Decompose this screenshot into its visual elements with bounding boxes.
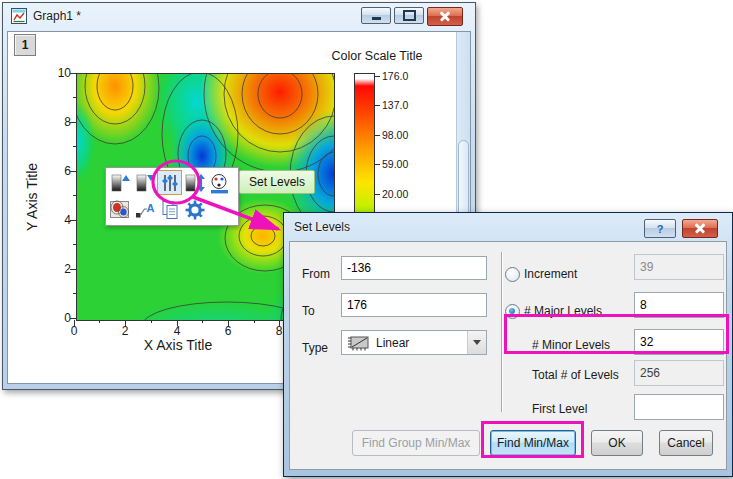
dropdown-arrow-icon[interactable] xyxy=(467,331,486,354)
y-tick-label: 8 xyxy=(43,115,71,129)
graph-window-title: Graph1 * xyxy=(33,9,81,23)
linear-scale-icon xyxy=(346,335,370,351)
ok-button[interactable]: OK xyxy=(591,430,643,456)
total-levels-label: Total # of Levels xyxy=(532,368,619,382)
gradient-fill-up-icon[interactable] xyxy=(107,170,132,195)
x-tick-label: 2 xyxy=(115,324,135,338)
copy-format-icon[interactable] xyxy=(157,197,182,222)
color-scale-tick-label: 20.00 xyxy=(382,188,408,200)
y-tick-label: 2 xyxy=(43,262,71,276)
increment-radio[interactable] xyxy=(505,267,520,282)
increment-label: Increment xyxy=(524,267,577,281)
set-levels-tooltip: Set Levels xyxy=(239,170,315,194)
y-tick-label: 6 xyxy=(43,164,71,178)
increment-input[interactable] xyxy=(634,254,724,280)
first-level-label: First Level xyxy=(532,402,587,416)
screenshot-root: Graph1 * 1 xyxy=(0,0,733,479)
x-tick-label: 4 xyxy=(167,324,187,338)
cancel-button[interactable]: Cancel xyxy=(659,430,713,456)
layer-1-button[interactable]: 1 xyxy=(14,34,36,56)
to-label: To xyxy=(302,304,315,318)
maximize-button-icon[interactable] xyxy=(394,7,424,24)
major-levels-radio[interactable] xyxy=(505,304,520,319)
gradient-spread-icon[interactable] xyxy=(182,170,207,195)
set-levels-dialog: Set Levels ? From To Type Linear xyxy=(283,212,733,477)
x-axis-title: X Axis Title xyxy=(113,337,243,353)
type-dropdown[interactable]: Linear xyxy=(341,330,487,355)
color-scale-title: Color Scale Title xyxy=(307,49,447,63)
type-value: Linear xyxy=(376,336,409,350)
set-levels-sliders-icon[interactable] xyxy=(157,170,182,195)
graph-window-icon xyxy=(11,8,27,24)
find-group-minmax-button[interactable]: Find Group Min/Max xyxy=(352,430,480,456)
mini-toolbar: A xyxy=(105,167,239,226)
y-axis-title: Y Axis Title xyxy=(24,137,40,257)
total-levels-input[interactable] xyxy=(634,360,724,386)
help-button-icon[interactable]: ? xyxy=(644,219,676,238)
minor-levels-input[interactable] xyxy=(634,329,724,355)
type-label: Type xyxy=(302,341,328,355)
gradient-fill-down-icon[interactable] xyxy=(132,170,157,195)
x-tick-label: 0 xyxy=(64,324,84,338)
contour-thumbnail-icon[interactable] xyxy=(107,197,132,222)
color-scale-tick-label: 98.00 xyxy=(382,129,408,141)
minor-levels-label: # Minor Levels xyxy=(532,338,610,352)
major-levels-label: # Major Levels xyxy=(524,304,602,318)
palette-icon[interactable] xyxy=(207,170,232,195)
settings-gear-icon[interactable] xyxy=(182,197,207,222)
major-levels-input[interactable] xyxy=(634,292,724,318)
graph-window-titlebar: Graph1 * xyxy=(11,8,81,24)
dialog-body: From To Type Linear xyxy=(289,241,727,470)
y-tick-label: 10 xyxy=(43,66,71,80)
to-input[interactable] xyxy=(341,293,487,317)
dialog-close-button-icon[interactable] xyxy=(682,219,718,238)
minimize-button-icon[interactable] xyxy=(361,7,391,24)
from-label: From xyxy=(302,267,330,281)
divider xyxy=(501,252,503,412)
find-minmax-button[interactable]: Find Min/Max xyxy=(490,430,576,456)
color-scale-tick-label: 176.0 xyxy=(382,70,408,82)
x-tick-label: 6 xyxy=(218,324,238,338)
close-button-icon[interactable] xyxy=(427,7,463,26)
y-tick-label: 4 xyxy=(43,213,71,227)
annotation-label-icon[interactable]: A xyxy=(132,197,157,222)
y-tick-label: 0 xyxy=(43,311,71,325)
svg-text:A: A xyxy=(146,202,154,214)
color-scale-tick-label: 59.00 xyxy=(382,158,408,170)
from-input[interactable] xyxy=(341,256,487,280)
dialog-title: Set Levels xyxy=(294,220,350,234)
first-level-input[interactable] xyxy=(634,394,724,420)
color-scale-tick-label: 137.0 xyxy=(382,99,408,111)
